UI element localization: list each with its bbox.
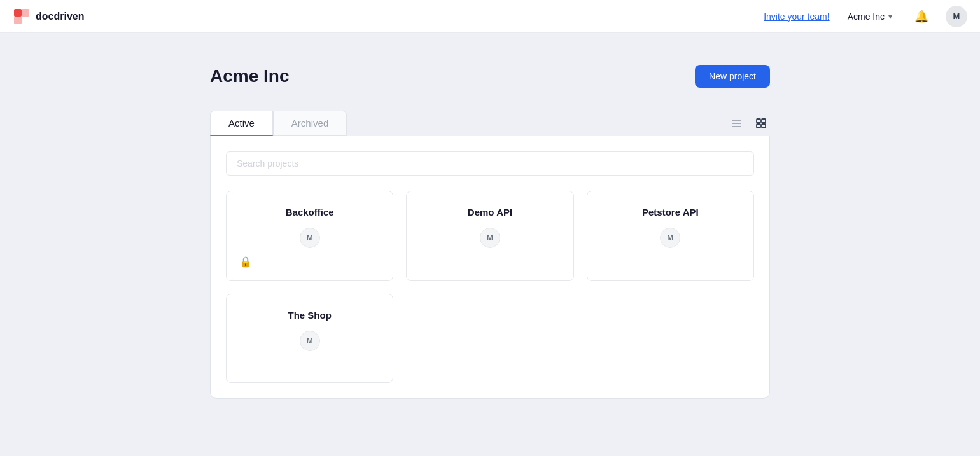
svg-rect-9 <box>762 124 766 128</box>
tabs-row: Active Archived <box>210 111 770 136</box>
view-toggles <box>728 114 770 136</box>
page-title: Acme Inc <box>210 66 290 86</box>
logo-link[interactable]: docdriven <box>13 8 84 25</box>
notifications-button[interactable]: 🔔 <box>910 5 933 28</box>
svg-rect-2 <box>14 17 22 24</box>
project-member-avatar: M <box>480 228 500 248</box>
logo-text: docdriven <box>36 11 84 22</box>
project-card-name: Petstore API <box>642 207 699 218</box>
svg-rect-7 <box>762 119 766 123</box>
project-member-avatar: M <box>300 331 320 351</box>
project-card-footer: 🔒 <box>239 256 380 268</box>
project-card[interactable]: Petstore API M <box>587 191 754 281</box>
project-card[interactable]: Backoffice M 🔒 <box>226 191 393 281</box>
project-card-body: Petstore API M <box>600 207 741 248</box>
grid-view-icon <box>755 117 767 130</box>
grid-view-button[interactable] <box>752 114 770 132</box>
project-card-body: Backoffice M <box>239 207 380 248</box>
project-card-name: Demo API <box>468 207 512 218</box>
content-panel: Backoffice M 🔒 Demo API M Petstore API M <box>210 136 770 399</box>
list-view-icon <box>731 117 743 130</box>
org-name: Acme Inc <box>848 11 885 22</box>
svg-rect-8 <box>757 124 760 128</box>
page-header: Acme Inc New project <box>210 65 770 88</box>
navbar-right: Invite your team! Acme Inc ▾ 🔔 M <box>764 5 967 28</box>
project-member-avatar: M <box>660 228 680 248</box>
svg-rect-1 <box>22 9 29 17</box>
project-card-body: Demo API M <box>419 207 560 248</box>
svg-rect-0 <box>14 9 22 17</box>
invite-team-link[interactable]: Invite your team! <box>764 11 830 22</box>
avatar[interactable]: M <box>946 6 967 27</box>
bell-icon: 🔔 <box>914 10 928 24</box>
project-card-name: The Shop <box>288 310 332 321</box>
tab-active[interactable]: Active <box>210 111 273 136</box>
main-content: Acme Inc New project Active Archived <box>197 33 783 424</box>
project-card-body: The Shop M <box>239 310 380 351</box>
search-input[interactable] <box>226 151 754 176</box>
project-card-name: Backoffice <box>286 207 334 218</box>
projects-grid: Backoffice M 🔒 Demo API M Petstore API M <box>226 191 754 383</box>
new-project-button[interactable]: New project <box>695 65 770 88</box>
chevron-down-icon: ▾ <box>888 12 892 21</box>
svg-rect-6 <box>757 119 760 123</box>
project-member-avatar: M <box>300 228 320 248</box>
logo-icon <box>13 8 31 25</box>
navbar: docdriven Invite your team! Acme Inc ▾ 🔔… <box>0 0 980 33</box>
org-selector[interactable]: Acme Inc ▾ <box>843 9 897 24</box>
project-card[interactable]: The Shop M <box>226 294 393 383</box>
list-view-button[interactable] <box>728 114 746 132</box>
project-card[interactable]: Demo API M <box>406 191 573 281</box>
tab-archived[interactable]: Archived <box>273 111 347 136</box>
tabs: Active Archived <box>210 111 347 136</box>
lock-icon: 🔒 <box>239 256 252 268</box>
